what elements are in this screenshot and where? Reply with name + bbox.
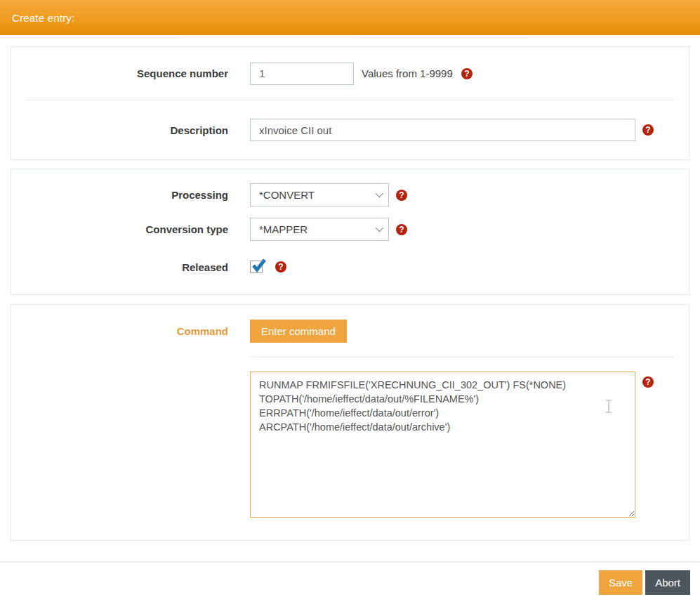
- divider: [250, 357, 675, 357]
- panel-command: Command Enter command RUNMAP FRMIFSFILE(…: [11, 304, 689, 541]
- sequence-number-input[interactable]: [250, 63, 354, 85]
- footer-divider: [0, 561, 700, 563]
- released-label: Released: [11, 261, 228, 273]
- sequence-number-label: Sequence number: [11, 67, 228, 79]
- command-label: Command: [11, 325, 228, 337]
- help-icon[interactable]: ?: [642, 376, 654, 388]
- conversion-type-row: Conversion type *MAPPER ?: [11, 218, 689, 241]
- enter-command-button[interactable]: Enter command: [250, 320, 347, 343]
- save-button[interactable]: Save: [599, 570, 642, 595]
- command-textarea[interactable]: RUNMAP FRMIFSFILE('XRECHNUNG_CII_302_OUT…: [250, 372, 635, 518]
- conversion-type-label: Conversion type: [11, 223, 228, 235]
- footer-actions: Save Abort: [599, 570, 690, 595]
- command-button-row: Command Enter command: [11, 320, 689, 343]
- panel-general: Sequence number Values from 1-9999 ? Des…: [11, 46, 689, 160]
- command-text-row: RUNMAP FRMIFSFILE('XRECHNUNG_CII_302_OUT…: [11, 372, 689, 518]
- help-icon[interactable]: ?: [396, 190, 407, 201]
- description-row: Description ?: [11, 100, 689, 159]
- description-input[interactable]: [250, 119, 635, 141]
- help-icon[interactable]: ?: [275, 261, 286, 273]
- help-icon[interactable]: ?: [396, 224, 407, 235]
- help-icon[interactable]: ?: [642, 124, 654, 136]
- sequence-number-hint: Values from 1-9999: [362, 67, 453, 79]
- processing-row: Processing *CONVERT ?: [11, 183, 689, 206]
- page-title: Create entry:: [12, 12, 74, 24]
- help-icon[interactable]: ?: [461, 68, 473, 79]
- processing-select[interactable]: *CONVERT: [250, 183, 389, 206]
- description-label: Description: [11, 124, 228, 136]
- sequence-number-row: Sequence number Values from 1-9999 ?: [11, 47, 689, 100]
- released-checkbox[interactable]: [250, 261, 263, 273]
- page-header: Create entry:: [0, 0, 700, 35]
- released-row: Released ?: [11, 256, 689, 277]
- abort-button[interactable]: Abort: [645, 570, 690, 595]
- processing-label: Processing: [11, 189, 228, 201]
- conversion-type-select[interactable]: *MAPPER: [250, 218, 389, 241]
- panel-processing: Processing *CONVERT ? Conversion type *M…: [11, 169, 689, 295]
